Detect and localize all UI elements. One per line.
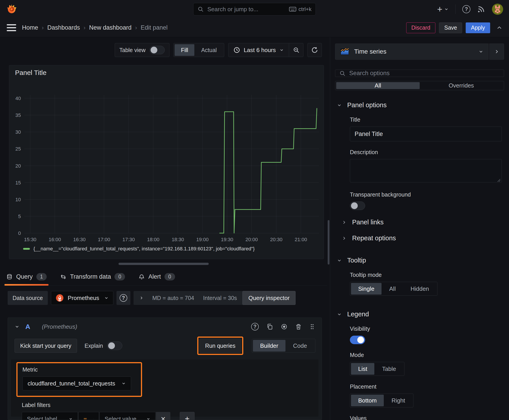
tooltip-hidden-option[interactable]: Hidden	[403, 283, 436, 295]
add-filter-button[interactable]: +	[180, 412, 195, 420]
series-color-swatch	[23, 248, 30, 250]
table-view-toggle[interactable]	[150, 46, 165, 54]
apply-button[interactable]: Apply	[466, 22, 490, 33]
chart-legend[interactable]: {__name__="cloudflared_tunnel_total_requ…	[9, 246, 324, 252]
svg-text:35: 35	[15, 112, 21, 118]
news-rss-button[interactable]	[477, 5, 485, 13]
label-filter-row: Select label = Select value	[22, 412, 319, 420]
datasource-picker[interactable]: Prometheus	[51, 291, 113, 305]
operator-dropdown[interactable]: =	[78, 412, 99, 420]
search-icon	[198, 6, 204, 12]
svg-text:15:30: 15:30	[24, 237, 36, 242]
remove-filter-button[interactable]: ✕	[156, 412, 170, 420]
svg-text:40: 40	[15, 96, 21, 101]
legend-visibility-field: Visibility	[350, 326, 502, 344]
svg-text:19:30: 19:30	[221, 237, 233, 242]
breadcrumb-dashboards[interactable]: Dashboards	[47, 24, 80, 31]
tab-alert[interactable]: Alert 0	[137, 273, 177, 285]
visualization-picker[interactable]: Time series	[335, 44, 489, 60]
datasource-help-button[interactable]: ?	[116, 291, 130, 305]
mode-list-option[interactable]: List	[351, 363, 374, 375]
svg-text:21:00: 21:00	[295, 237, 307, 242]
builder-option[interactable]: Builder	[253, 340, 285, 352]
chevron-down-icon	[104, 296, 109, 300]
placement-bottom-option[interactable]: Bottom	[351, 395, 384, 406]
menu-toggle-icon[interactable]	[7, 24, 16, 31]
refresh-button[interactable]	[307, 43, 322, 57]
section-legend[interactable]: Legend	[335, 310, 504, 318]
section-panel-options[interactable]: Panel options	[335, 101, 504, 109]
placement-right-option[interactable]: Right	[384, 395, 412, 406]
svg-text:20:00: 20:00	[245, 237, 258, 242]
tooltip-all-option[interactable]: All	[382, 283, 403, 295]
query-editor-card: A (Prometheus) ? Kick start your query E…	[8, 317, 322, 420]
select-value-dropdown[interactable]: Select value	[99, 412, 156, 420]
breadcrumb-home[interactable]: Home	[22, 24, 38, 31]
actual-option[interactable]: Actual	[195, 44, 223, 56]
zoom-out-button[interactable]	[289, 43, 303, 57]
section-tooltip[interactable]: Tooltip	[335, 257, 504, 264]
code-option[interactable]: Code	[286, 340, 314, 352]
pane-resize-handle[interactable]	[119, 263, 209, 265]
breadcrumb-separator: ›	[42, 24, 44, 31]
title-field: Title	[350, 116, 502, 141]
time-series-chart[interactable]: 051015202530354015:3016:0016:3017:0017:3…	[9, 81, 324, 246]
tab-transform[interactable]: Transform data 0	[58, 273, 127, 285]
discard-button[interactable]: Discard	[406, 22, 436, 33]
legend-placement-group: Bottom Right	[350, 394, 413, 407]
collapse-up-icon[interactable]	[496, 25, 502, 31]
section-repeat-options[interactable]: Repeat options	[335, 234, 504, 242]
datasource-name: Prometheus	[68, 295, 100, 301]
time-range-picker[interactable]: Last 6 hours	[228, 47, 289, 54]
series-label[interactable]: {__name__="cloudflared_tunnel_total_requ…	[33, 246, 255, 252]
help-button[interactable]: ?	[462, 5, 471, 13]
svg-text:16:30: 16:30	[73, 237, 85, 242]
drag-handle-icon[interactable]	[310, 323, 315, 330]
options-search-placeholder: Search options	[349, 70, 390, 77]
avatar[interactable]	[492, 4, 503, 15]
grafana-logo-icon[interactable]	[6, 3, 17, 15]
viz-suggestions-button[interactable]	[489, 44, 504, 60]
query-inspector-button[interactable]: Query inspector	[242, 291, 296, 305]
query-row-header[interactable]: A (Prometheus) ?	[8, 318, 322, 336]
legend-placement-field: Placement Bottom Right	[350, 383, 502, 407]
fill-option[interactable]: Fill	[175, 44, 194, 56]
breadcrumb-new-dashboard[interactable]: New dashboard	[89, 24, 131, 31]
breadcrumb-edit-panel: Edit panel	[141, 24, 168, 31]
duplicate-query-icon[interactable]	[266, 323, 273, 330]
select-label-dropdown[interactable]: Select label	[22, 412, 78, 420]
display-toolbar: Table view Fill Actual Last 6 hours	[0, 43, 322, 57]
explain-toggle[interactable]	[107, 341, 122, 350]
chart-panel[interactable]: Panel Title 051015202530354015:3016:0016…	[9, 65, 324, 259]
save-button[interactable]: Save	[439, 22, 462, 33]
svg-text:0: 0	[18, 230, 21, 236]
visibility-toggle[interactable]	[350, 336, 365, 344]
tab-all[interactable]: All	[336, 82, 420, 89]
run-queries-button[interactable]: Run queries	[199, 339, 241, 353]
description-input[interactable]	[350, 159, 502, 182]
fill-actual-group: Fill Actual	[174, 43, 224, 57]
query-datasource-hint: (Prometheus)	[42, 323, 77, 330]
options-search[interactable]: Search options	[335, 69, 504, 77]
tooltip-single-option[interactable]: Single	[351, 283, 381, 295]
editor-tabs: Query 1 Transform data 0 Alert 0	[3, 270, 327, 286]
mode-table-option[interactable]: Table	[375, 363, 403, 375]
legend-mode-group: List Table	[350, 362, 404, 376]
kick-start-button[interactable]: Kick start your query	[15, 339, 77, 353]
section-panel-links[interactable]: Panel links	[335, 218, 504, 226]
toggle-visibility-icon[interactable]	[281, 323, 288, 330]
vertical-scrollbar[interactable]	[327, 37, 330, 420]
annotation-metric: Metric cloudflared_tunnel_total_requests	[16, 362, 142, 397]
tab-overrides[interactable]: Overrides	[420, 82, 503, 89]
transparent-bg-label: Transparent background	[350, 191, 502, 198]
transparent-bg-toggle[interactable]	[350, 202, 365, 210]
svg-text:17:00: 17:00	[98, 237, 110, 242]
title-input[interactable]	[350, 127, 502, 141]
tab-query[interactable]: Query 1	[5, 273, 48, 285]
global-search[interactable]: Search or jump to... ctrl+k	[193, 3, 316, 15]
delete-query-icon[interactable]	[295, 323, 302, 330]
new-button[interactable]: +	[437, 4, 449, 14]
visualization-row: Time series	[335, 44, 504, 60]
metric-select[interactable]: cloudflared_tunnel_total_requests	[23, 376, 131, 390]
query-help-icon[interactable]: ?	[251, 323, 259, 330]
